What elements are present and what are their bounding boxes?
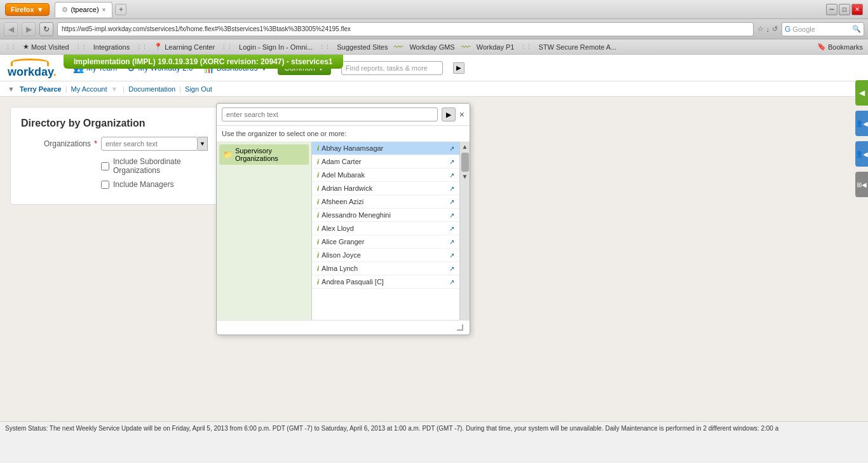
person-item[interactable]: i Alma Lynch ↗ — [312, 262, 459, 275]
folder-icon: 📁 — [223, 150, 233, 159]
person-item[interactable]: i Adam Carter ↗ — [312, 155, 459, 169]
popup-scrollbar[interactable]: ▲ ▼ — [459, 142, 470, 320]
person-link-icon[interactable]: ↗ — [449, 172, 454, 179]
minimize-button[interactable]: ─ — [826, 4, 837, 15]
bookmark-login[interactable]: Login - Sign In - Omni... — [239, 43, 313, 51]
browser-titlebar: Firefox ▼ ⚙ (tpearce) × + ─ □ ✕ — [0, 0, 868, 19]
sign-out-link[interactable]: Sign Out — [185, 85, 212, 93]
organizations-dropdown-arrow[interactable]: ▼ — [198, 137, 208, 151]
right-panel-button-2[interactable]: 👤◀ — [855, 111, 868, 136]
refresh-button[interactable]: ↻ — [39, 22, 53, 36]
google-icon: G — [785, 25, 790, 34]
person-name: Alice Granger — [322, 238, 447, 245]
popup-search-button[interactable]: ▶ — [442, 107, 456, 121]
person-item[interactable]: i Alessandro Meneghini ↗ — [312, 209, 459, 222]
person-item[interactable]: i Andrea Pasquali [C] ↗ — [312, 275, 459, 289]
status-text: System Status: The next Weekly Service U… — [5, 425, 778, 432]
bookmark-workday-p1[interactable]: Workday P1 — [477, 43, 515, 51]
person-icon: i — [317, 278, 319, 286]
person-item[interactable]: i Alice Granger ↗ — [312, 235, 459, 249]
person-icon: i — [317, 198, 319, 205]
tab-close-icon[interactable]: × — [102, 6, 106, 13]
person-item[interactable]: i Adrian Hardwick ↗ — [312, 182, 459, 195]
bookmark-workday-gms[interactable]: Workday GMS — [409, 43, 454, 51]
new-tab-button[interactable]: + — [115, 4, 126, 15]
search-box[interactable]: G Google 🔍 — [782, 22, 864, 36]
popup-search-input[interactable] — [222, 107, 438, 121]
person-item[interactable]: i Alison Joyce ↗ — [312, 249, 459, 262]
bookmark-learning-center[interactable]: 📍 Learning Center — [154, 43, 215, 51]
person-item[interactable]: i Adel Mubarak ↗ — [312, 169, 459, 182]
include-managers-label: Include Managers — [113, 180, 173, 189]
star-icon[interactable]: ☆ — [757, 25, 764, 33]
logo-arc — [11, 59, 49, 66]
restore-button[interactable]: □ — [839, 4, 850, 15]
person-link-icon[interactable]: ↗ — [449, 198, 454, 205]
person-icon: i — [317, 144, 319, 152]
person-name: Alison Joyce — [322, 251, 447, 259]
organizations-search-input[interactable] — [101, 137, 198, 151]
person-item[interactable]: i Abhay Hanamsagar ↗ — [312, 142, 459, 155]
my-account-link[interactable]: My Account — [71, 85, 107, 93]
person-link-icon[interactable]: ↗ — [449, 279, 454, 286]
right-panel-button-4[interactable]: ⊞◀ — [855, 172, 868, 197]
person-name: Alma Lynch — [322, 265, 447, 272]
left-panel: Directory by Organization Organizations … — [10, 107, 226, 205]
bookmark-suggested[interactable]: Suggested Sites — [337, 43, 388, 51]
scroll-up-button[interactable]: ▲ — [461, 142, 470, 151]
include-subordinate-checkbox[interactable] — [101, 162, 109, 170]
browser-tab[interactable]: ⚙ (tpearce) × — [55, 2, 113, 17]
bookmark-stw[interactable]: STW Secure Remote A... — [538, 43, 616, 51]
popup-close-button[interactable]: × — [459, 109, 465, 120]
bookmark-label: Suggested Sites — [337, 43, 388, 51]
search-nav-next[interactable]: ▶ — [453, 62, 465, 74]
include-subordinate-row: Include Subordinate Organizations — [101, 157, 215, 175]
firefox-button[interactable]: Firefox ▼ — [5, 3, 50, 16]
person-icon: i — [317, 211, 319, 219]
address-input[interactable]: https://wd5-impl.workday.com/stservices1… — [57, 22, 754, 36]
person-name: Adel Mubarak — [322, 171, 447, 179]
organizations-label: Organizations * — [21, 139, 97, 148]
person-link-icon[interactable]: ↗ — [449, 158, 454, 165]
scroll-down-button[interactable]: ▼ — [461, 172, 470, 181]
right-panel-button-3[interactable]: 👤◀ — [855, 141, 868, 167]
person-item[interactable]: i Afsheen Azizi ↗ — [312, 195, 459, 209]
bookmark-star-icon[interactable]: ↓ — [766, 25, 770, 33]
popup-resize-handle[interactable] — [457, 324, 463, 331]
back-button[interactable]: ◀ — [4, 22, 18, 36]
global-search-input[interactable]: Find reports, tasks & more — [341, 61, 443, 75]
right-panel-button-1[interactable]: ◀ — [855, 80, 868, 106]
person-item[interactable]: i Alex Lloyd ↗ — [312, 222, 459, 235]
current-user[interactable]: Terry Pearce — [20, 85, 62, 93]
bookmark-most-visited[interactable]: ★ Most Visited — [23, 43, 69, 51]
person-link-icon[interactable]: ↗ — [449, 238, 454, 245]
bookmark-bookmarks[interactable]: 🔖 Bookmarks — [817, 43, 863, 51]
popup-footer — [217, 320, 470, 335]
include-subordinate-label: Include Subordinate Organizations — [113, 157, 215, 175]
workday-logo[interactable]: workday. — [8, 59, 57, 78]
person-link-icon[interactable]: ↗ — [449, 185, 454, 192]
person-icon: i — [317, 158, 319, 165]
popup-header: ▶ × — [217, 104, 470, 126]
person-link-icon[interactable]: ↗ — [449, 265, 454, 272]
bookmark-integrations[interactable]: Integrations — [93, 43, 130, 51]
person-icon: i — [317, 265, 319, 272]
org-supervisory[interactable]: 📁 Supervisory Organizations — [219, 144, 309, 165]
documentation-link[interactable]: Documentation — [128, 85, 175, 93]
address-bar: ◀ ▶ ↻ https://wd5-impl.workday.com/stser… — [0, 19, 868, 39]
organization-picker-popup: ▶ × Use the organizer to select one or m… — [216, 103, 470, 335]
include-managers-checkbox[interactable] — [101, 181, 109, 189]
person-name: Adam Carter — [322, 158, 447, 165]
person-icon: i — [317, 171, 319, 179]
close-button[interactable]: ✕ — [851, 4, 863, 15]
person-link-icon[interactable]: ↗ — [449, 252, 454, 259]
reload-icon[interactable]: ↺ — [772, 25, 778, 33]
forward-button[interactable]: ▶ — [22, 22, 36, 36]
person-link-icon[interactable]: ↗ — [449, 212, 454, 219]
person-icon: i — [317, 238, 319, 245]
tab-title: (tpearce) — [71, 6, 99, 13]
scroll-thumb[interactable] — [461, 153, 469, 172]
person-link-icon[interactable]: ↗ — [449, 145, 454, 152]
tab-icon: ⚙ — [62, 6, 68, 14]
person-link-icon[interactable]: ↗ — [449, 225, 454, 232]
